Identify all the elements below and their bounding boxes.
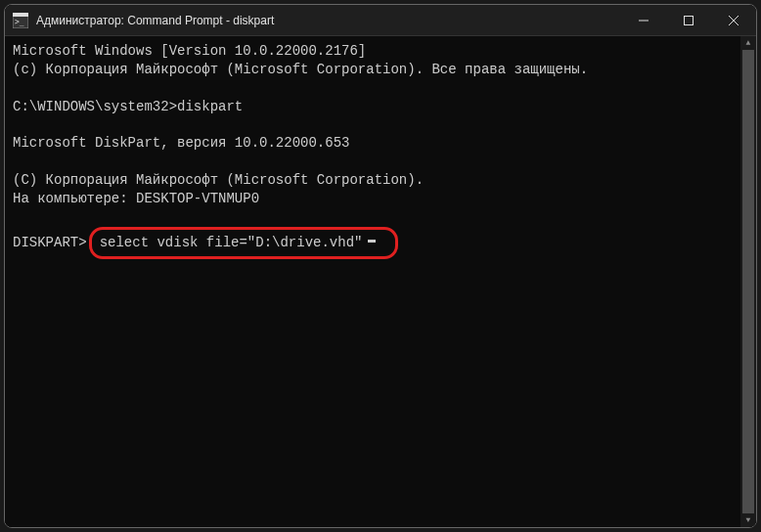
blank-line: [13, 153, 748, 171]
svg-text:>_: >_: [15, 18, 24, 26]
command-text: select vdisk file="D:\drive.vhd": [100, 234, 363, 252]
blank-line: [13, 208, 748, 227]
svg-rect-4: [685, 16, 694, 24]
terminal-output[interactable]: Microsoft Windows [Version 10.0.22000.21…: [5, 36, 756, 527]
maximize-button[interactable]: [666, 5, 711, 35]
command-text: diskpart: [177, 99, 243, 114]
scrollbar-down-arrow[interactable]: ▼: [740, 513, 756, 527]
scrollbar-thumb[interactable]: [742, 50, 754, 513]
prompt-prefix: C:\WINDOWS\system32>: [13, 99, 177, 114]
scrollbar[interactable]: ▲ ▼: [740, 36, 756, 527]
diskpart-prompt-line: DISKPART> select vdisk file="D:\drive.vh…: [13, 227, 748, 259]
cmd-icon: >_: [13, 13, 28, 28]
output-line: Microsoft Windows [Version 10.0.22000.21…: [13, 42, 748, 61]
svg-rect-1: [13, 13, 28, 17]
blank-line: [13, 79, 748, 98]
cursor: [368, 240, 376, 243]
output-line: (c) Корпорация Майкрософт (Microsoft Cor…: [13, 61, 748, 79]
window-title: Администратор: Command Prompt - diskpart: [36, 14, 621, 27]
prompt-line: C:\WINDOWS\system32>diskpart: [13, 98, 748, 116]
highlighted-command: select vdisk file="D:\drive.vhd": [89, 227, 399, 259]
window-controls: [621, 5, 756, 35]
scrollbar-up-arrow[interactable]: ▲: [740, 36, 756, 50]
minimize-button[interactable]: [621, 5, 666, 35]
output-line: Microsoft DiskPart, версия 10.0.22000.65…: [13, 134, 748, 153]
command-prompt-window: >_ Администратор: Command Prompt - diskp…: [4, 4, 757, 528]
titlebar[interactable]: >_ Администратор: Command Prompt - diskp…: [5, 5, 756, 36]
output-line: На компьютере: DESKTOP-VTNMUP0: [13, 190, 748, 208]
blank-line: [13, 116, 748, 135]
diskpart-prompt: DISKPART>: [13, 234, 87, 252]
output-line: (C) Корпорация Майкрософт (Microsoft Cor…: [13, 171, 748, 190]
close-button[interactable]: [711, 5, 756, 35]
